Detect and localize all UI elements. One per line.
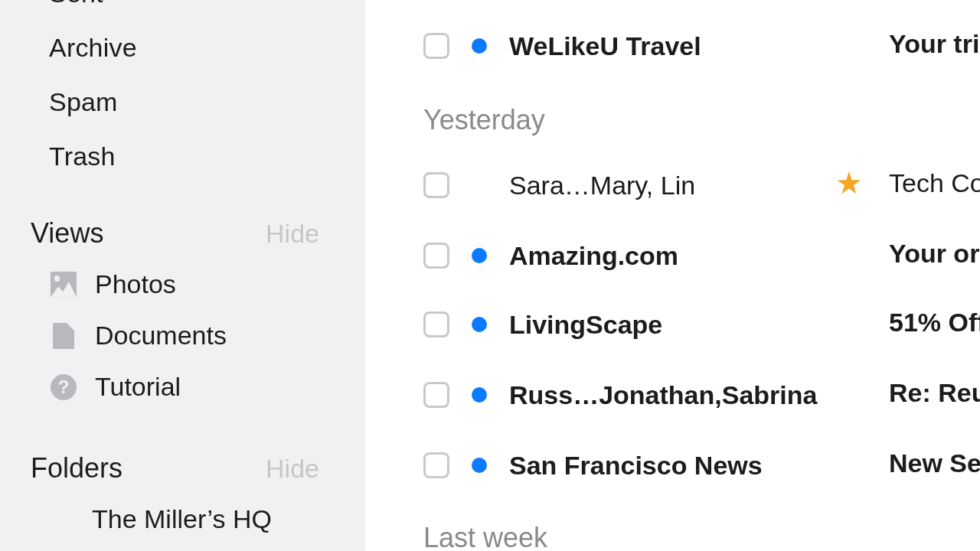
message-row[interactable]: Russ…Jonathan,Sabrina	[365, 360, 980, 430]
checkbox[interactable]	[423, 33, 449, 59]
sender: Sara…Mary, Lin	[509, 171, 695, 201]
view-item-photos[interactable]: Photos	[0, 259, 365, 310]
subject: Your trip	[889, 29, 980, 59]
unread-dot-icon	[472, 458, 487, 473]
message-row[interactable]: San Francisco News	[365, 430, 980, 500]
sidebar: Sent Archive Spam Trash Views Hide Photo…	[0, 0, 365, 551]
view-label: Photos	[95, 269, 176, 299]
views-hide-button[interactable]: Hide	[266, 219, 341, 249]
unread-dot-icon	[472, 387, 487, 403]
checkbox[interactable]	[423, 243, 449, 269]
folders-title: Folders	[31, 452, 122, 484]
unread-indicator-col	[449, 248, 509, 263]
folders-section-header: Folders Hide	[0, 452, 365, 484]
view-label: Documents	[95, 321, 227, 350]
sender: LivingScape	[509, 310, 662, 340]
unread-indicator-col	[449, 317, 509, 332]
view-label: Tutorial	[95, 372, 181, 402]
sidebar-item-sent[interactable]: Sent	[0, 0, 365, 21]
subject: Re: Reu	[889, 378, 980, 408]
message-row[interactable]: WeLikeU Travel	[365, 11, 980, 81]
sender: San Francisco News	[509, 451, 763, 481]
sender: Russ…Jonathan,Sabrina	[509, 380, 817, 410]
unread-dot-icon	[472, 317, 487, 332]
sender: Amazing.com	[509, 241, 678, 271]
star-icon[interactable]: ★	[835, 165, 863, 201]
folder-item[interactable]: The Miller’s HQ	[0, 494, 365, 545]
unread-indicator-col	[449, 458, 509, 473]
checkbox[interactable]	[423, 382, 449, 408]
unread-indicator-col	[449, 38, 509, 54]
views-section-header: Views Hide	[0, 217, 365, 249]
documents-icon	[51, 323, 77, 349]
message-row[interactable]: Sara…Mary, Lin	[365, 150, 980, 220]
help-icon: ?	[51, 374, 77, 400]
subject: 51% Off	[889, 308, 980, 337]
sidebar-item-spam[interactable]: Spam	[0, 75, 365, 129]
group-header-last-week: Last week	[365, 500, 547, 551]
unread-dot-icon	[472, 248, 487, 263]
group-header-yesterday: Yesterday	[365, 83, 545, 150]
message-list: WeLikeU Travel Your trip Yesterday Sara……	[365, 0, 980, 551]
sender: WeLikeU Travel	[509, 31, 701, 61]
view-item-documents[interactable]: Documents	[0, 310, 365, 361]
view-item-tutorial[interactable]: ? Tutorial	[0, 361, 365, 412]
photos-icon	[51, 272, 77, 298]
unread-dot-icon	[472, 38, 487, 54]
unread-indicator-col	[449, 387, 509, 403]
folders-hide-button[interactable]: Hide	[266, 454, 341, 484]
subject: Tech Co	[889, 168, 980, 198]
subject: New Sea	[889, 448, 980, 478]
message-row[interactable]: LivingScape	[365, 289, 980, 360]
message-row[interactable]: Amazing.com	[365, 220, 980, 291]
subject: Your ord	[889, 239, 980, 269]
views-title: Views	[31, 217, 103, 249]
sidebar-item-archive[interactable]: Archive	[0, 21, 365, 75]
checkbox[interactable]	[423, 172, 449, 198]
folder-label: The Miller’s HQ	[92, 504, 272, 534]
sidebar-item-trash[interactable]: Trash	[0, 129, 365, 184]
checkbox[interactable]	[423, 452, 449, 478]
checkbox[interactable]	[423, 311, 449, 337]
